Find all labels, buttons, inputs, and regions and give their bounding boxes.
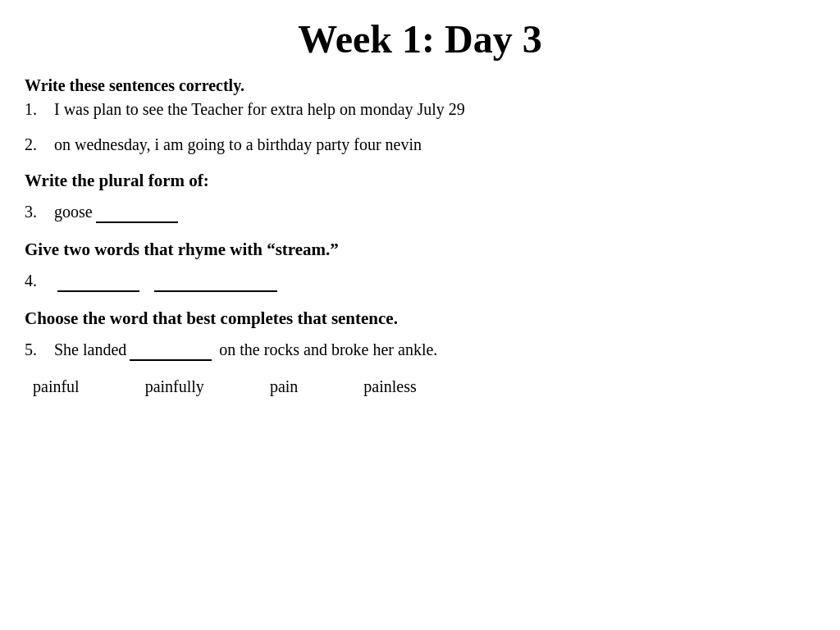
sentence-item-1: 1. I was plan to see the Teacher for ext… [25,100,815,119]
sentence-item-2: 2. on wednesday, i am going to a birthda… [25,135,815,154]
sentence-text-1: I was plan to see the Teacher for extra … [54,100,465,119]
rhyme-answer-line-2 [154,272,277,292]
plural-answer-line [96,203,178,223]
page-title: Week 1: Day 3 [25,16,815,62]
sentence-prefix: She landed [54,340,126,359]
complete-answer-line [130,340,212,361]
section4-header: Choose the word that best completes that… [25,308,815,329]
plural-word: goose [54,203,93,221]
choice-painfully: painfully [145,377,204,396]
item-number-5: 5. [25,340,54,359]
sentence-text-2: on wednesday, i am going to a birthday p… [54,135,422,154]
word-choices: painful painfully pain painless [25,377,815,396]
item-number-4: 4. [25,272,54,290]
item-number-2: 2. [25,135,54,154]
section1-instruction: Write these sentences correctly. [25,76,815,95]
section2-header: Write the plural form of: [25,171,815,191]
rhyme-item-4: 4. [25,272,815,292]
complete-sentence-item-5: 5. She landed on the rocks and broke her… [25,340,815,361]
sentence-suffix: on the rocks and broke her ankle. [219,340,437,359]
section3-header: Give two words that rhyme with “stream.” [25,240,815,260]
item-number-1: 1. [25,100,54,119]
choice-painless: painless [363,377,416,396]
plural-item-3: 3. goose [25,203,815,223]
choice-painful: painful [33,377,80,396]
item-number-3: 3. [25,203,54,221]
rhyme-answer-line-1 [57,272,139,292]
choice-pain: pain [270,377,298,396]
